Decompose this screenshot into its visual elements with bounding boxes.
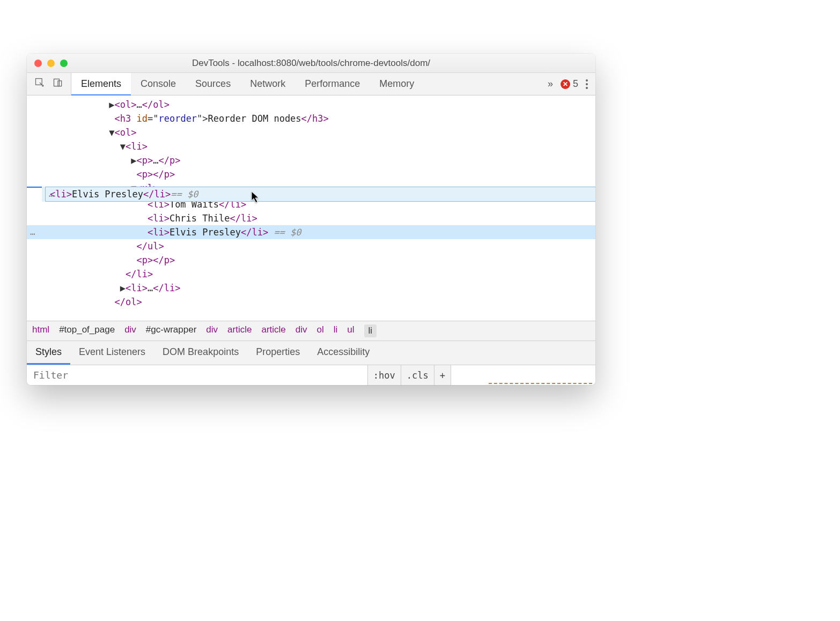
crumb-article[interactable]: article [227,324,252,337]
crumb-ul[interactable]: ul [347,324,354,337]
more-tabs-icon[interactable]: » [548,78,553,90]
tab-memory[interactable]: Memory [370,73,424,95]
titlebar: DevTools - localhost:8080/web/tools/chro… [27,54,595,73]
device-toolbar-icon[interactable] [53,77,63,91]
main-toolbar: Elements Console Sources Network Perform… [27,73,595,95]
box-model-pane [451,365,595,385]
subtab-dom-breakpoints[interactable]: DOM Breakpoints [154,341,247,365]
tab-network[interactable]: Network [240,73,295,95]
panel-tabs: Elements Console Sources Network Perform… [71,73,424,95]
tree-row[interactable]: <p></p> [27,253,595,267]
subtab-properties[interactable]: Properties [247,341,308,365]
tree-row[interactable]: </ol> [27,295,595,309]
new-style-rule-button[interactable]: + [434,365,451,385]
tab-elements[interactable]: Elements [71,73,131,95]
svg-rect-1 [54,79,60,86]
devtools-window: DevTools - localhost:8080/web/tools/chro… [27,54,595,385]
tab-sources[interactable]: Sources [186,73,240,95]
minimize-window-button[interactable] [47,60,55,67]
crumb-div[interactable]: div [206,324,218,337]
tree-row[interactable]: </ul> [27,239,595,253]
subtab-event-listeners[interactable]: Event Listeners [70,341,154,365]
tab-console[interactable]: Console [131,73,186,95]
settings-menu-icon[interactable] [586,79,588,89]
tree-row-selected[interactable]: … <li>Elvis Presley</li> == $0 [27,225,595,239]
cls-toggle-button[interactable]: .cls [401,365,434,385]
row-menu-dots[interactable]: … [30,225,35,239]
tree-row[interactable]: ▶<p>…</p> [27,153,595,167]
select-element-icon[interactable] [34,77,45,91]
crumb-html[interactable]: html [32,324,49,337]
close-window-button[interactable] [34,60,42,67]
crumb-div[interactable]: div [124,324,136,337]
sidebar-tabs: Styles Event Listeners DOM Breakpoints P… [27,341,595,365]
dom-tree[interactable]: ▶<ol>…</ol> <h3 id="reorder">Reorder DOM… [27,95,595,321]
tree-row[interactable]: ▶<li>…</li> [27,281,595,295]
tree-row[interactable]: </li> [27,267,595,281]
tree-row[interactable]: <li>Chris Thile</li> [27,211,595,225]
breadcrumb: html #top_of_page div #gc-wrapper div ar… [27,321,595,341]
styles-toolbar: :hov .cls + [27,365,595,385]
subtab-accessibility[interactable]: Accessibility [308,341,378,365]
styles-filter-input[interactable] [27,365,367,385]
tree-row[interactable]: <p></p> [27,167,595,181]
crumb-li[interactable]: li [334,324,338,337]
window-title: DevTools - localhost:8080/web/tools/chro… [27,58,595,69]
subtab-styles[interactable]: Styles [27,341,70,365]
crumb-div[interactable]: div [296,324,307,337]
row-menu-dots: … [49,187,54,201]
tree-row[interactable]: ▶<ol>…</ol> [27,98,595,112]
error-count-badge[interactable]: ✕ 5 [561,78,578,90]
hov-toggle-button[interactable]: :hov [368,365,401,385]
crumb-article[interactable]: article [261,324,285,337]
crumb-li-selected[interactable]: li [364,324,377,337]
tree-row[interactable]: ▼<ol> [27,125,595,139]
tree-row[interactable]: <h3 id="reorder">Reorder DOM nodes</h3> [27,112,595,125]
cursor-icon [251,191,261,204]
svg-rect-2 [58,81,62,86]
tab-performance[interactable]: Performance [295,73,370,95]
zoom-window-button[interactable] [60,60,68,67]
tree-row[interactable]: ▼<li> [27,139,595,153]
error-icon: ✕ [561,79,570,89]
error-count: 5 [573,78,578,90]
crumb-ol[interactable]: ol [317,324,324,337]
crumb-gc-wrapper[interactable]: #gc-wrapper [146,324,197,337]
traffic-lights [27,60,68,67]
drag-ghost-row[interactable]: … <li>Elvis Presley</li> == $0 [45,187,595,202]
crumb-top-of-page[interactable]: #top_of_page [59,324,115,337]
box-model-margin-edge [489,383,592,385]
